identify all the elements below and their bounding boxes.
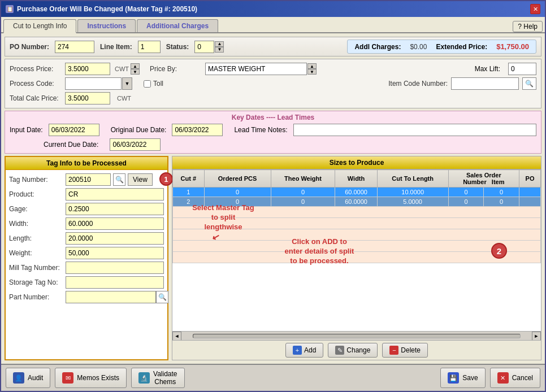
cwt-spinner-down[interactable]: ▼: [131, 69, 140, 75]
mill-tag-input[interactable]: [66, 262, 164, 274]
addl-charges-label: Addl Charges:: [354, 43, 401, 51]
price-by-spinner-up[interactable]: ▲: [307, 63, 317, 69]
audit-label: Audit: [28, 374, 43, 382]
line-item-input[interactable]: [138, 41, 161, 53]
memos-button[interactable]: ✉ Memos Exists: [55, 368, 127, 388]
save-label: Save: [462, 374, 478, 382]
scroll-left-button[interactable]: ◄: [172, 332, 181, 341]
width-input[interactable]: [66, 217, 164, 230]
cell-theo-weight: 0: [271, 188, 335, 197]
process-price-input[interactable]: [65, 63, 110, 75]
cell-po: [519, 197, 541, 207]
part-number-input[interactable]: [66, 291, 156, 303]
cancel-label: Cancel: [512, 374, 533, 382]
line-item-label: Line Item:: [100, 43, 132, 51]
change-icon: ✎: [335, 346, 344, 355]
max-lift-label: Max Lift:: [475, 65, 500, 73]
cancel-button[interactable]: ✕ Cancel: [490, 368, 540, 388]
item-code-label: Item Code Number:: [388, 80, 448, 88]
mill-tag-label: Mill Tag Number:: [9, 264, 66, 272]
cwt-label-1: CWT: [115, 66, 129, 72]
toll-label: Toll: [153, 80, 204, 88]
memos-label: Memos Exists: [77, 374, 119, 382]
col-theo-weight: Theo Weight: [271, 170, 335, 188]
cell-cut-to-length: 10.0000: [377, 188, 448, 197]
sizes-panel: Sizes to Produce Cut # Ordered PCS Theo …: [172, 156, 541, 360]
save-icon: 💾: [448, 372, 459, 384]
cell-theo-weight: 0: [271, 197, 335, 207]
col-cut-to-length: Cut To Length: [377, 170, 448, 188]
total-calc-price-input[interactable]: [65, 92, 110, 104]
price-by-input[interactable]: [205, 63, 307, 75]
lead-time-input[interactable]: [293, 124, 537, 136]
audit-icon: 👤: [13, 372, 24, 384]
current-due-label: Current Due Date:: [44, 141, 98, 149]
validate-button[interactable]: 🔬 Validate Chems: [131, 368, 184, 388]
circle-badge-2: 2: [491, 243, 507, 259]
storage-tag-input[interactable]: [66, 276, 164, 289]
cell-sales-order: 0: [448, 197, 484, 207]
process-code-input[interactable]: [65, 77, 122, 90]
tag-panel-title: Tag Info to be Processed: [6, 157, 167, 170]
process-code-dropdown[interactable]: ▼: [122, 77, 132, 90]
cwt-spinner-up[interactable]: ▲: [131, 63, 140, 69]
toll-checkbox[interactable]: [144, 80, 151, 88]
tab-instructions[interactable]: Instructions: [77, 19, 136, 32]
po-info-bar: PO Number: Line Item: Status: ▲ ▼ Addl C…: [5, 37, 541, 56]
window-title: Purchase Order Will Be Changed (Master T…: [17, 5, 197, 13]
validate-label: Validate Chems: [153, 370, 177, 386]
save-button[interactable]: 💾 Save: [440, 368, 485, 388]
part-number-search-button[interactable]: 🔍: [156, 291, 168, 303]
validate-icon: 🔬: [138, 372, 150, 384]
item-code-input[interactable]: [451, 77, 519, 90]
po-number-input[interactable]: [55, 41, 94, 53]
cell-cut: 1: [173, 188, 205, 197]
view-button[interactable]: View: [128, 173, 153, 186]
process-code-label: Process Code:: [10, 80, 60, 88]
audit-button[interactable]: 👤 Audit: [6, 368, 50, 388]
extended-price-label: Extended Price:: [436, 43, 487, 51]
action-buttons: + Add ✎ Change − Delete: [172, 340, 541, 360]
original-due-label: Original Due Date:: [111, 126, 167, 134]
item-code-search-button[interactable]: 🔍: [522, 77, 536, 90]
price-by-spinner-down[interactable]: ▼: [307, 69, 317, 75]
tab-cut-to-length[interactable]: Cut to Length Info: [3, 19, 76, 33]
status-input[interactable]: [194, 41, 214, 53]
status-spinner-up[interactable]: ▲: [215, 41, 224, 47]
max-lift-input[interactable]: [508, 63, 536, 75]
weight-input[interactable]: [66, 247, 164, 259]
dates-title: Key Dates ---- Lead Times: [10, 114, 536, 121]
col-width: Width: [335, 170, 377, 188]
table-row[interactable]: 1 0 0 60.0000 10.0000 0 0: [173, 188, 541, 197]
dates-section: Key Dates ---- Lead Times Input Date: Or…: [5, 111, 541, 154]
input-date-input[interactable]: [49, 124, 99, 136]
help-button[interactable]: ? Help: [513, 21, 543, 32]
current-due-input[interactable]: [110, 138, 161, 151]
status-spinner-down[interactable]: ▼: [215, 47, 224, 53]
add-label: Add: [304, 346, 316, 354]
original-due-input[interactable]: [172, 124, 223, 136]
lead-time-label: Lead Time Notes:: [234, 126, 287, 134]
length-label: Length:: [9, 234, 66, 242]
scroll-right-button[interactable]: ►: [532, 332, 541, 341]
horizontal-scrollbar[interactable]: ◄ ►: [172, 331, 541, 340]
part-number-label: Part Number:: [9, 293, 66, 301]
gage-input[interactable]: [66, 203, 164, 215]
cell-ordered-pcs: 0: [204, 188, 271, 197]
tab-additional-charges[interactable]: Additional Charges: [137, 19, 218, 32]
cwt-label-2: CWT: [117, 95, 131, 102]
product-input[interactable]: [66, 188, 164, 201]
length-input[interactable]: [66, 232, 164, 245]
addl-charges-value: $0.00: [410, 43, 427, 51]
change-button[interactable]: ✎ Change: [328, 343, 378, 358]
tag-number-search-button[interactable]: 🔍: [113, 173, 125, 186]
cell-item: 0: [484, 188, 519, 197]
cell-po: [519, 188, 541, 197]
delete-button[interactable]: − Delete: [382, 343, 428, 358]
add-button[interactable]: + Add: [285, 343, 323, 358]
cell-item: 0: [484, 197, 519, 207]
close-button[interactable]: ✕: [530, 4, 540, 14]
tag-number-input[interactable]: [66, 173, 111, 186]
delete-label: Delete: [401, 346, 421, 354]
weight-label: Weight:: [9, 249, 66, 257]
